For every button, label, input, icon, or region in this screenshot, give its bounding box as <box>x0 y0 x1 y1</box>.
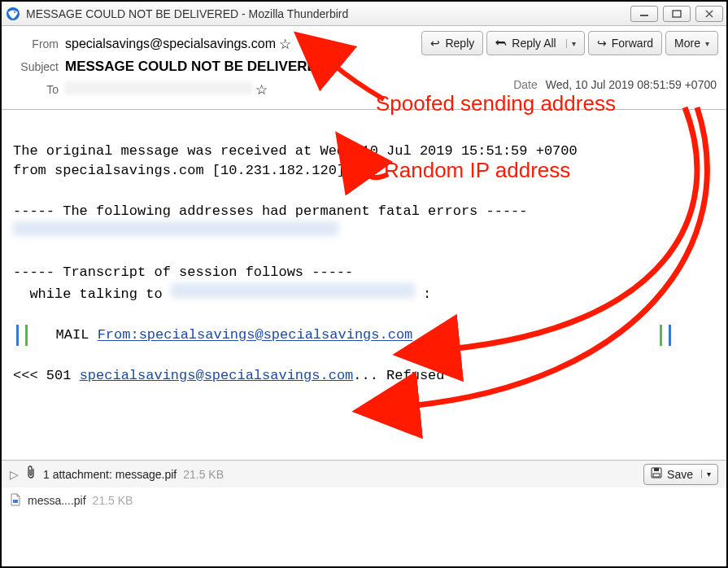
more-label: More <box>674 37 700 50</box>
message-header-pane: ↩ Reply ⮪ Reply All ▾ ↪ Forward More ▾ F… <box>2 26 726 110</box>
body-colon: : <box>415 286 431 302</box>
attachment-summary-size: 21.5 KB <box>183 468 224 481</box>
reply-button[interactable]: ↩ Reply <box>421 31 483 55</box>
window-close-button[interactable] <box>695 6 723 22</box>
quote-bar-icon <box>669 325 671 346</box>
forward-label: Forward <box>612 37 653 50</box>
svg-rect-9 <box>13 500 18 503</box>
forward-icon: ↪ <box>597 37 607 50</box>
window-titlebar: MESSAGE COULD NOT BE DELIVERED - Mozilla… <box>2 2 726 26</box>
reply-all-icon: ⮪ <box>495 37 507 50</box>
attachment-item[interactable]: messa....pif 21.5 KB <box>2 487 726 513</box>
mail-from-link[interactable]: From:specialsavings@specialsavings.com <box>98 328 413 343</box>
window-minimize-button[interactable] <box>630 6 658 22</box>
to-label: To <box>10 83 59 96</box>
refused-address-link[interactable]: specialsavings@specialsavings.com <box>80 368 354 383</box>
to-value <box>65 81 252 98</box>
body-sep1: ----- The following addresses had perman… <box>13 203 528 219</box>
body-line1: The original message was received at Wed… <box>13 143 578 159</box>
collapse-icon[interactable]: ▷ <box>10 468 19 481</box>
attachment-filesize: 21.5 KB <box>93 494 133 507</box>
attachment-filename: messa....pif <box>28 494 86 507</box>
subject-value: MESSAGE COULD NOT BE DELIVERED <box>65 59 326 75</box>
svg-point-1 <box>14 11 15 13</box>
svg-rect-7 <box>654 468 659 471</box>
subject-label: Subject <box>10 60 59 73</box>
from-value[interactable]: specialsavings@specialsavings.com <box>65 37 276 51</box>
last-pre: <<< 501 <box>13 368 80 383</box>
message-body: The original message was received at Wed… <box>2 110 726 460</box>
reply-icon: ↩ <box>430 37 440 50</box>
svg-rect-8 <box>653 474 660 477</box>
save-attachment-button[interactable]: Save ▾ <box>643 464 718 485</box>
quote-bar-icon <box>660 325 662 346</box>
quote-bar-icon <box>16 325 19 346</box>
save-icon <box>651 467 662 481</box>
mail-pre: MAIL <box>31 328 98 343</box>
reply-all-button[interactable]: ⮪ Reply All ▾ <box>486 31 584 55</box>
forward-button[interactable]: ↪ Forward <box>588 31 662 55</box>
paperclip-icon <box>25 465 37 483</box>
body-while: while talking to <box>13 286 171 302</box>
window-maximize-button[interactable] <box>663 6 691 22</box>
last-post: ... Refused <box>353 368 444 383</box>
star-icon[interactable]: ☆ <box>255 81 268 98</box>
redacted-address <box>13 221 338 236</box>
star-icon[interactable]: ☆ <box>279 36 291 53</box>
reply-all-label: Reply All <box>512 37 556 50</box>
body-ip: [10.231.182.120] <box>212 163 345 178</box>
save-dropdown[interactable]: ▾ <box>701 470 711 478</box>
chevron-down-icon: ▾ <box>705 39 709 48</box>
redacted-host <box>171 283 415 298</box>
reply-label: Reply <box>445 37 474 50</box>
attachment-summary-text[interactable]: 1 attachment: message.pif <box>43 468 177 481</box>
action-toolbar: ↩ Reply ⮪ Reply All ▾ ↪ Forward More ▾ <box>421 31 718 55</box>
from-label: From <box>10 37 59 50</box>
save-label: Save <box>667 468 693 481</box>
file-icon <box>10 493 21 509</box>
attachment-summary-bar: ▷ 1 attachment: message.pif 21.5 KB Save… <box>2 460 726 487</box>
date-value: Wed, 10 Jul 2019 08:51:59 +0700 <box>546 78 717 91</box>
thunderbird-icon <box>5 6 21 22</box>
date-block: Date Wed, 10 Jul 2019 08:51:59 +0700 <box>513 78 717 91</box>
date-label: Date <box>513 78 538 91</box>
window-title: MESSAGE COULD NOT BE DELIVERED - Mozilla… <box>26 7 630 20</box>
quote-bar-icon <box>25 325 28 346</box>
body-line2a: from specialsavings.com <box>13 163 212 178</box>
body-sep2: ----- Transcript of session follows ----… <box>13 264 353 280</box>
more-button[interactable]: More ▾ <box>665 31 718 55</box>
svg-rect-3 <box>673 11 681 17</box>
reply-all-dropdown[interactable]: ▾ <box>566 39 576 48</box>
